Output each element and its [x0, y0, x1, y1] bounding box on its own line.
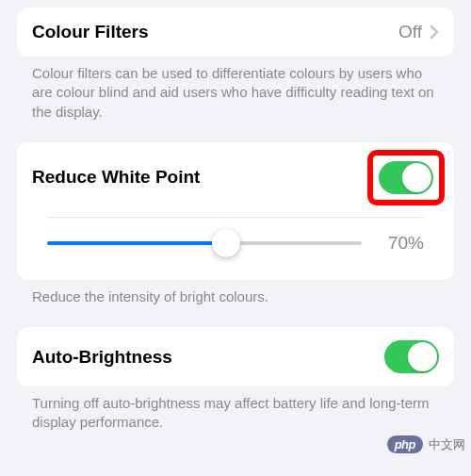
colour-filters-label: Colour Filters [32, 22, 398, 42]
slider-fill [47, 241, 226, 245]
reduce-white-point-footer: Reduce the intensity of bright colours. [17, 280, 454, 327]
toggle-knob [408, 342, 437, 371]
slider-thumb[interactable] [212, 229, 240, 257]
php-badge: php [387, 435, 423, 453]
reduce-white-point-toggle[interactable] [379, 161, 433, 194]
auto-brightness-label: Auto-Brightness [32, 347, 384, 368]
auto-brightness-toggle[interactable] [384, 340, 439, 373]
colour-filters-footer: Colour filters can be used to differenti… [17, 57, 454, 142]
reduce-white-point-group: Reduce White Point 70% [17, 142, 454, 280]
watermark-text: 中文网 [429, 436, 465, 453]
watermark: php 中文网 [387, 435, 465, 453]
highlight-annotation [367, 150, 445, 205]
colour-filters-value: Off [398, 22, 422, 42]
chevron-right-icon [430, 25, 439, 40]
colour-filters-group: Colour Filters Off [17, 8, 454, 57]
white-point-slider[interactable] [47, 227, 362, 259]
reduce-white-point-label: Reduce White Point [32, 167, 373, 188]
toggle-knob [402, 163, 431, 192]
auto-brightness-group: Auto-Brightness [17, 327, 454, 386]
auto-brightness-row: Auto-Brightness [17, 327, 454, 386]
white-point-slider-row: 70% [47, 217, 424, 280]
white-point-slider-value: 70% [375, 233, 424, 254]
colour-filters-row[interactable]: Colour Filters Off [17, 8, 454, 57]
reduce-white-point-row: Reduce White Point [17, 142, 454, 213]
